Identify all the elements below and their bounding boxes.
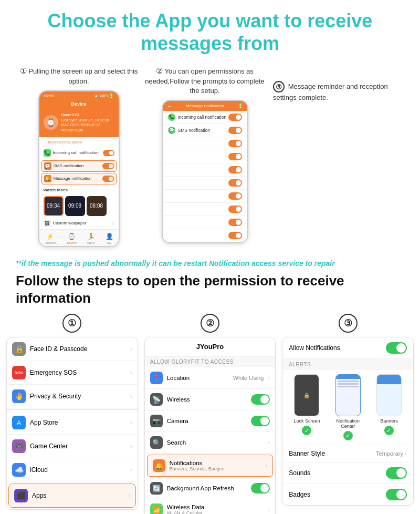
ios-settings-list: 🔒 Face ID & Passcode › SOS Emergency SOS… [6, 337, 138, 510]
function-label: Function [44, 241, 56, 244]
phone2-back-icon[interactable]: ← [167, 103, 173, 109]
camera-toggle[interactable] [251, 416, 270, 426]
apps-icon: ⬛ [14, 489, 28, 502]
location-icon: 📍 [150, 372, 163, 384]
notif-item-allow: Allow Notifications [282, 337, 413, 359]
phone2-toggle-7[interactable] [228, 192, 242, 200]
phone2-item-8 [163, 203, 247, 216]
ios-divider [7, 409, 138, 410]
alerts-section-label: ALERTS [282, 359, 413, 370]
ios-item-sos[interactable]: SOS Emergency SOS › [7, 361, 138, 385]
location-chevron: › [268, 374, 270, 382]
privacy-chevron: › [130, 393, 132, 400]
perm-item-search[interactable]: 🔍 Search › [145, 432, 276, 454]
bottom-col-3: ③ Allow Notifications ALERTS 🔒 Lock Scre… [282, 314, 414, 514]
bgrefresh-icon: 🔄 [150, 482, 163, 495]
badges-label: Badges [289, 491, 386, 498]
ios-item-faceid[interactable]: 🔒 Face ID & Passcode › [7, 337, 138, 361]
perm-item-location[interactable]: 📍 Location While Using › [145, 367, 276, 389]
phone2-sms-label: SMS notification [178, 128, 210, 133]
notifications-label: Notifications [170, 460, 261, 466]
sounds-toggle[interactable] [386, 467, 407, 479]
bottom-step3-num: ③ [339, 314, 358, 333]
bannerstyle-label: Banner Style [289, 450, 376, 457]
lockscreen-check: ✓ [302, 426, 311, 435]
badges-toggle[interactable] [386, 489, 407, 500]
notif-item-bannerstyle[interactable]: Banner Style Temporary › [282, 445, 413, 462]
nav-my[interactable]: 👤 My [106, 233, 113, 244]
phone2-sms-icon: 💬 [168, 127, 175, 134]
watch-face-2[interactable]: 09:08 [65, 196, 85, 216]
icloud-chevron: › [130, 466, 132, 474]
watch-face-3[interactable]: 08:08 [87, 196, 107, 216]
phone2-item-5 [163, 163, 247, 177]
sport-icon: 🏃 [87, 233, 95, 240]
step3-circle: ③ [273, 81, 285, 92]
appstore-label: App Store [30, 419, 126, 426]
alert-banners[interactable]: Banners ✓ [370, 374, 408, 440]
phone1-header: 16:56 ▲ WiFi 🔋 [39, 91, 119, 100]
phone2-toggle-5[interactable] [228, 166, 242, 173]
ios-item-appstore[interactable]: A App Store › [7, 411, 138, 435]
notifcenter-check: ✓ [343, 431, 353, 440]
ios-item-icloud[interactable]: ☁️ iCloud › [7, 458, 138, 482]
my-icon: 👤 [106, 233, 113, 240]
phone2-call-toggle[interactable] [228, 114, 242, 121]
phone2-toggle-9[interactable] [228, 219, 242, 226]
phone2-status: 🔋 [238, 104, 243, 108]
nav-sport[interactable]: 🏃 Sport [87, 233, 95, 244]
phone2-item-9 [163, 216, 247, 229]
camera-label: Camera [167, 418, 247, 424]
location-value: While Using [233, 375, 264, 381]
phone2-toggle-10[interactable] [228, 232, 242, 239]
bannerstyle-chevron: › [405, 450, 407, 457]
bgrefresh-toggle[interactable] [251, 483, 270, 494]
sms-toggle[interactable] [102, 163, 114, 169]
nav-device[interactable]: ⌚ Device [67, 233, 76, 244]
perm-item-wirelessdata[interactable]: 📶 Wireless Data WLAN & Cellular › [145, 499, 276, 514]
ios-item-apps[interactable]: ⬛ Apps › [8, 484, 136, 508]
top-step-1-desc: ① Pulling the screen up and select this … [16, 65, 142, 86]
function-icon: ⚡ [46, 233, 54, 240]
step1-num: ① [20, 66, 27, 75]
phone1-item-wallpaper[interactable]: 🖼 Custom wallpaper › [39, 218, 119, 230]
phone2-call-icon: 📞 [168, 114, 175, 121]
phone2-toggle-4[interactable] [228, 153, 242, 160]
phone2-sms-toggle[interactable] [228, 127, 242, 134]
step3-text: Message reminder and reception settings … [273, 83, 388, 102]
wireless-toggle[interactable] [251, 394, 270, 405]
disconnect-button[interactable]: Disconnect the device [44, 139, 86, 145]
msg-icon: 🔔 [44, 175, 51, 182]
allow-notif-toggle[interactable] [386, 342, 407, 354]
msg-toggle[interactable] [102, 176, 114, 182]
phone2-item-10 [163, 229, 247, 242]
phone1-bottom-nav: ⚡ Function ⌚ Device 🏃 Sport 👤 My [39, 230, 119, 246]
notification-settings-list: Allow Notifications ALERTS 🔒 Lock Screen… [282, 337, 414, 506]
nav-function[interactable]: ⚡ Function [44, 233, 56, 244]
perm-item-notifications[interactable]: 🔔 Notifications Banners, Sounds, Badges … [147, 455, 274, 477]
call-label: Incoming call notification [53, 150, 99, 155]
phone2-toggle-8[interactable] [228, 205, 242, 213]
phone1-time: 16:56 [44, 94, 54, 98]
ios-item-privacy[interactable]: 🤚 Privacy & Security › [7, 385, 138, 408]
app-name: JYouPro [145, 337, 276, 356]
apps-label: Apps [32, 492, 124, 499]
phone2-item-4 [163, 150, 247, 163]
alert-notifcenter[interactable]: Notification Center ✓ [329, 374, 367, 440]
lockscreen-label: Lock Screen [293, 418, 320, 424]
wallpaper-chevron: › [112, 220, 114, 227]
watch-face-1[interactable]: 09:34 [44, 196, 64, 216]
bottom-col-1: ① 🔒 Face ID & Passcode › SOS Emergency S… [6, 314, 138, 514]
phone-mockup-1: 16:56 ▲ WiFi 🔋 Device ⌚ Name:XXX Last Sy… [38, 90, 120, 247]
phone2-toggle-3[interactable] [228, 140, 242, 147]
allow-notif-label: Allow Notifications [289, 344, 386, 352]
phone2-toggle-6[interactable] [228, 179, 242, 187]
bottom-col-2: ② JYouPro ALLOW GLORYFIT TO ACCESS 📍 Loc… [144, 314, 276, 514]
notifcenter-label: Notification Center [329, 418, 367, 429]
ios-item-gamecenter[interactable]: 🎮 Game Center › [7, 435, 138, 458]
alert-lockscreen[interactable]: 🔒 Lock Screen ✓ [288, 374, 326, 440]
phone1-item-msg: 🔔 Message notification [41, 173, 117, 184]
device-nav-icon: ⌚ [68, 233, 76, 240]
call-toggle[interactable] [103, 150, 114, 156]
notifications-chevron: › [265, 462, 267, 469]
